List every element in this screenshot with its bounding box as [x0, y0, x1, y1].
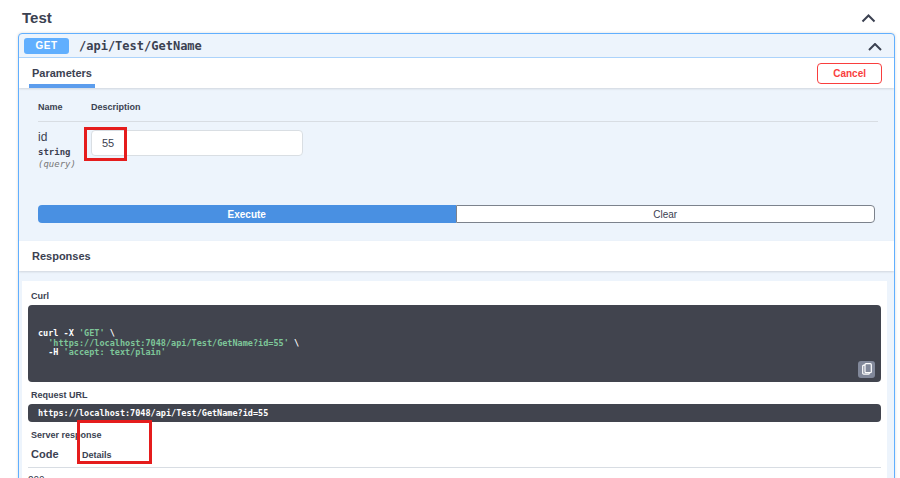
response-table-head: Code Details: [28, 448, 881, 468]
parameter-description-cell: [91, 130, 303, 169]
parameter-name-cell: id string (query): [38, 130, 91, 169]
active-tab-underline: [29, 84, 95, 88]
chevron-up-icon[interactable]: [861, 9, 876, 27]
parameter-id-input[interactable]: [91, 130, 303, 156]
parameter-name: id: [38, 130, 91, 144]
request-url-block: https://localhost:7048/api/Test/GetName?…: [28, 404, 881, 422]
cancel-button[interactable]: Cancel: [817, 63, 882, 84]
column-header-code: Code: [31, 448, 82, 460]
copy-curl-button[interactable]: [858, 361, 875, 378]
parameter-location: (query): [38, 159, 91, 169]
execute-wrapper: Execute Clear: [38, 205, 875, 223]
response-row: 200 Response body 55:Bill Download: [28, 468, 881, 478]
curl-label: Curl: [31, 291, 881, 301]
endpoint-path: /api/Test/GetName: [79, 39, 202, 53]
tag-title: Test: [22, 9, 52, 26]
parameters-table: Name Description id string (query): [19, 88, 894, 169]
parameter-type: string: [38, 147, 91, 157]
chevron-up-icon[interactable]: [868, 37, 882, 55]
parameters-table-head: Name Description: [38, 102, 878, 122]
responses-title: Responses: [32, 250, 91, 262]
responses-inner: Curl curl -X 'GET' \ 'https://localhost:…: [22, 281, 887, 478]
curl-command-block: curl -X 'GET' \ 'https://localhost:7048/…: [28, 305, 881, 382]
status-code: 200: [28, 473, 82, 478]
parameters-header: Parameters Cancel: [19, 58, 894, 88]
server-response-label: Server response: [31, 430, 881, 440]
parameter-row: id string (query): [38, 122, 878, 169]
execute-button[interactable]: Execute: [38, 205, 456, 223]
tab-parameters-label: Parameters: [32, 67, 92, 79]
column-header-description: Description: [91, 102, 141, 112]
http-method-badge: GET: [24, 38, 69, 54]
opblock-get: GET /api/Test/GetName Parameters Cancel …: [18, 33, 895, 478]
tag-section-header[interactable]: Test: [0, 0, 900, 33]
request-url-label: Request URL: [31, 390, 881, 400]
clear-button[interactable]: Clear: [456, 205, 876, 223]
swagger-page: Test GET /api/Test/GetName Parameters Ca…: [0, 0, 900, 478]
opblock-summary[interactable]: GET /api/Test/GetName: [19, 34, 894, 58]
column-header-details: Details: [82, 450, 112, 460]
tab-parameters[interactable]: Parameters: [32, 58, 92, 88]
column-header-name: Name: [38, 102, 91, 112]
response-detail-cell: Response body 55:Bill Download: [82, 473, 881, 478]
responses-header: Responses: [19, 241, 894, 271]
